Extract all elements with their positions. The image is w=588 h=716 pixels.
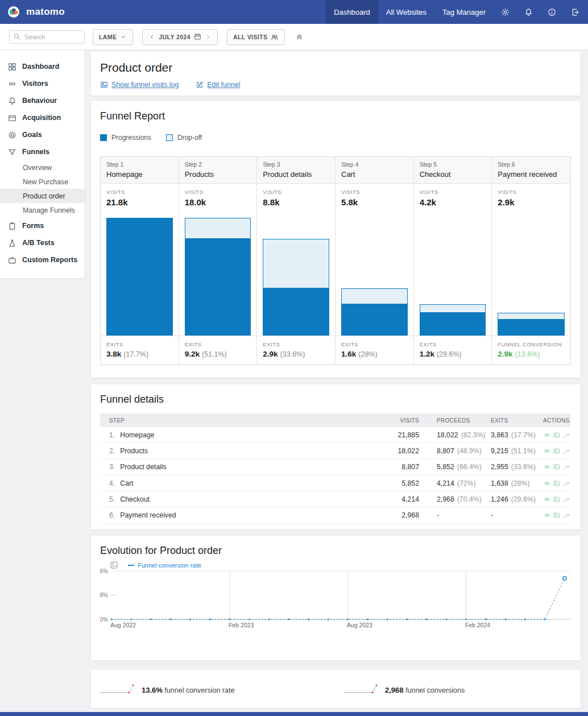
- sidebar-item-funnels[interactable]: Funnels: [0, 143, 85, 160]
- search-input[interactable]: [23, 33, 81, 41]
- data-point: [249, 618, 250, 620]
- nav-item-dashboard[interactable]: Dashboard: [326, 0, 378, 24]
- visits-value: 21.8k: [106, 197, 173, 207]
- cell-visits: 21,885: [322, 431, 419, 439]
- row-evolution-button[interactable]: [563, 448, 570, 454]
- sparkline-funnel-conversions: [343, 684, 380, 695]
- step-number: 5.: [109, 495, 115, 503]
- row-evolution-button[interactable]: [563, 480, 570, 487]
- sidebar-item-custom-reports[interactable]: Custom Reports: [0, 251, 85, 268]
- sidebar-item-visitors[interactable]: Visitors: [0, 75, 85, 92]
- funnel-step-bars: [179, 213, 257, 336]
- exit-value-line: 3.8k(17.7%): [106, 350, 173, 358]
- help-button[interactable]: [540, 0, 564, 24]
- data-point: [367, 618, 368, 620]
- sidebar-item-forms[interactable]: Forms: [0, 217, 85, 234]
- notifications-button[interactable]: [517, 0, 540, 24]
- bell-icon: [524, 8, 533, 16]
- chevron-left-icon[interactable]: [148, 34, 155, 40]
- step-number: 3.: [109, 463, 115, 471]
- column-header-proceeds: PROCEEDS: [419, 417, 491, 424]
- sidebar-item-product-order[interactable]: Product order: [0, 189, 85, 203]
- toolbar: LAME JULY 2024 ALL VISITS: [0, 24, 588, 50]
- image-card-icon: [100, 81, 108, 89]
- exits-value: -: [491, 511, 493, 519]
- cell-visits: 2,968: [322, 511, 419, 519]
- summary-funnel-conversions[interactable]: 2,968 funnel conversions: [343, 684, 465, 695]
- row-visits-log-button[interactable]: [544, 496, 550, 503]
- funnel-step-header: Step 2Products: [179, 157, 257, 184]
- nav-item-all-websites[interactable]: All Websites: [378, 0, 434, 24]
- funnel-details-table: STEPVISITSPROCEEDSEXITSACTIONS 1.Homepag…: [100, 413, 571, 524]
- sidebar-item-manage-funnels[interactable]: Manage Funnels: [0, 203, 85, 217]
- sidebar-item-acquisition[interactable]: Acquisition: [0, 109, 85, 126]
- nav-items: DashboardAll WebsitesTag Manager: [326, 0, 494, 24]
- evolution-chart-svg: Funnel conversion rate16%8%0%Aug 2022Feb…: [100, 561, 571, 630]
- row-segmented-visits-button[interactable]: [553, 463, 560, 470]
- matomo-brand[interactable]: matomo: [0, 0, 65, 24]
- row-visits-log-button[interactable]: [544, 480, 550, 487]
- progressions-bar: [106, 218, 173, 336]
- row-evolution-button[interactable]: [563, 512, 570, 519]
- row-evolution-button[interactable]: [563, 496, 570, 503]
- search-box[interactable]: [9, 30, 85, 44]
- cell-actions: [543, 496, 571, 503]
- sidebar-item-new-purchase[interactable]: New Purchase: [0, 175, 85, 189]
- row-visits-log-button[interactable]: [544, 512, 550, 519]
- table-row: 6.Payment received2,968--: [100, 507, 571, 523]
- data-point: [406, 618, 408, 620]
- y-tick-0: 0%: [100, 616, 108, 623]
- exits-value: 9,215: [491, 447, 508, 455]
- exit-value-line: 1.6k(28%): [341, 350, 408, 358]
- funnel-step-column-1: Step 1HomepageVISITS21.8kEXITS3.8k(17.7%…: [101, 157, 179, 365]
- sidebar-item-label: Dashboard: [22, 63, 59, 71]
- sidebar-item-behaviour[interactable]: Behaviour: [0, 92, 85, 109]
- cell-actions: [543, 448, 571, 454]
- sidebar-item-goals[interactable]: Goals: [0, 126, 85, 143]
- exit-percent: (13.6%): [515, 350, 540, 358]
- row-segmented-visits-button[interactable]: [553, 480, 560, 487]
- show-funnel-visits-log-link[interactable]: Show funnel visits log: [100, 81, 179, 89]
- logout-button[interactable]: [564, 0, 588, 24]
- cell-step: 1.Homepage: [100, 431, 322, 439]
- visits-value: 4.2k: [420, 197, 486, 207]
- row-visits-log-button[interactable]: [544, 432, 550, 438]
- row-segmented-visits-button[interactable]: [553, 432, 560, 438]
- people-icon: [271, 33, 279, 41]
- exits-value: 1,638: [491, 479, 508, 487]
- row-segmented-visits-button[interactable]: [553, 496, 560, 503]
- legend-label: Progressions: [111, 134, 151, 142]
- funnel-step-visits: VISITS4.2k: [414, 184, 492, 213]
- site-selector-button[interactable]: LAME: [93, 29, 133, 45]
- nav-item-tag-manager[interactable]: Tag Manager: [434, 0, 494, 24]
- row-visits-log-button[interactable]: [544, 463, 550, 470]
- settings-button[interactable]: [494, 0, 517, 24]
- row-segmented-visits-button[interactable]: [553, 448, 560, 454]
- sidebar-item-a-b-tests[interactable]: A/B Tests: [0, 234, 85, 251]
- funnel-step-bars: [492, 213, 570, 336]
- top-navigation-bar: matomo DashboardAll WebsitesTag Manager: [0, 0, 588, 24]
- period-selector-button[interactable]: JULY 2024: [142, 29, 218, 45]
- row-segmented-visits-button[interactable]: [553, 512, 560, 519]
- sidebar-item-dashboard[interactable]: Dashboard: [0, 58, 85, 75]
- exit-percent: (51.1%): [202, 350, 227, 358]
- row-visits-log-button[interactable]: [544, 448, 550, 454]
- summary-funnel-conversion-rate[interactable]: 13.6% funnel conversion rate: [100, 684, 234, 695]
- sidebar-item-label: Forms: [22, 222, 44, 230]
- sidebar-item-overview[interactable]: Overview: [0, 160, 85, 175]
- chevron-right-icon[interactable]: [205, 34, 212, 40]
- funnel-step-visits: VISITS5.8k: [336, 184, 413, 213]
- segment-selector-button[interactable]: ALL VISITS: [227, 29, 285, 45]
- evolution-legend-label[interactable]: Funnel conversion rate: [138, 562, 201, 569]
- row-evolution-button[interactable]: [563, 463, 570, 470]
- dropoff-bar: [420, 304, 486, 313]
- edit-funnel-link[interactable]: Edit funnel: [196, 81, 240, 89]
- row-evolution-button[interactable]: [563, 432, 570, 438]
- visits-value: 2.9k: [498, 197, 565, 207]
- column-header-actions: ACTIONS: [543, 417, 571, 424]
- visits-label: VISITS: [420, 189, 486, 195]
- collapse-toolbar-button[interactable]: [295, 32, 304, 41]
- sidebar: DashboardVisitorsBehaviourAcquisitionGoa…: [0, 50, 85, 279]
- proceeds-percent: (48.9%): [457, 447, 482, 455]
- chart-export-icon[interactable]: [111, 562, 117, 568]
